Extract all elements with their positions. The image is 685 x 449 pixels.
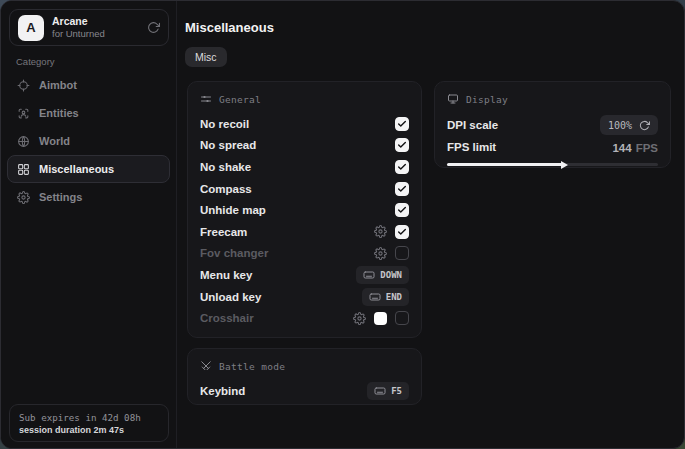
sidebar-item-label: World	[39, 135, 70, 147]
setting-row: Unload keyEND	[200, 286, 409, 308]
fps-limit-row: FPS limit 144FPS	[447, 137, 658, 157]
setting-controls	[395, 182, 409, 196]
fps-slider-fill	[447, 163, 563, 166]
brand-text: Arcane for Unturned	[52, 15, 105, 40]
sliders-icon	[200, 93, 212, 105]
color-swatch[interactable]	[374, 312, 387, 325]
keyboard-icon	[363, 269, 375, 281]
keyboard-icon	[374, 385, 386, 397]
fps-slider-thumb[interactable]	[561, 161, 568, 169]
setting-label: Unload key	[200, 291, 261, 303]
dpi-scale-chip[interactable]: 100%	[600, 115, 658, 135]
setting-row: Unhide map	[200, 199, 409, 221]
dpi-scale-row: DPI scale 100%	[447, 113, 658, 137]
setting-controls: DOWN	[356, 266, 409, 284]
sidebar-item-label: Miscellaneous	[39, 163, 114, 175]
sidebar-item-label: Settings	[39, 191, 82, 203]
setting-row: Fov changer	[200, 243, 409, 265]
checkbox[interactable]	[395, 225, 409, 239]
setting-row: No spread	[200, 135, 409, 157]
crosshair-icon	[17, 79, 30, 92]
monitor-icon	[447, 93, 459, 105]
fps-limit-label: FPS limit	[447, 141, 496, 153]
setting-label: Unhide map	[200, 204, 266, 216]
setting-label: Fov changer	[200, 247, 268, 259]
setting-controls	[374, 225, 409, 239]
row-settings-gear-icon[interactable]	[353, 312, 366, 325]
setting-controls: END	[362, 288, 409, 306]
dpi-scale-label: DPI scale	[447, 119, 498, 131]
panel-battle-mode: Battle mode KeybindF5	[187, 348, 422, 405]
brand-subtitle: for Unturned	[52, 28, 105, 40]
dpi-scale-value: 100%	[608, 120, 632, 131]
setting-row: Menu keyDOWN	[200, 264, 409, 286]
keybind-chip[interactable]: F5	[367, 382, 409, 400]
keybind-value: DOWN	[380, 270, 402, 280]
general-rows: No recoilNo spreadNo shakeCompassUnhide …	[200, 113, 409, 329]
panel-battle-header: Battle mode	[200, 359, 409, 373]
keybind-chip[interactable]: DOWN	[356, 266, 409, 284]
setting-row: Crosshair	[200, 307, 409, 329]
tab-misc[interactable]: Misc	[185, 47, 227, 67]
row-settings-gear-icon[interactable]	[374, 225, 387, 238]
keyboard-icon	[369, 291, 381, 303]
gear-icon	[17, 191, 30, 204]
sidebar-item-entities[interactable]: Entities	[7, 99, 170, 127]
setting-controls	[395, 117, 409, 131]
setting-controls	[395, 203, 409, 217]
setting-controls	[353, 311, 409, 325]
fps-unit: FPS	[636, 142, 658, 154]
subscription-footer: Sub expires in 42d 08h session duration …	[9, 404, 169, 442]
brand-name: Arcane	[52, 15, 105, 28]
setting-row: No recoil	[200, 113, 409, 135]
swords-icon	[200, 360, 212, 372]
sidebar-item-label: Aimbot	[39, 79, 77, 91]
setting-label: Crosshair	[200, 312, 254, 324]
checkbox[interactable]	[395, 203, 409, 217]
grid-icon	[17, 163, 30, 176]
globe-icon	[17, 135, 30, 148]
setting-label: Compass	[200, 183, 252, 195]
checkbox[interactable]	[395, 138, 409, 152]
keybind-value: F5	[391, 386, 402, 396]
sidebar-item-aimbot[interactable]: Aimbot	[7, 71, 170, 99]
setting-label: Menu key	[200, 269, 252, 281]
checkbox[interactable]	[395, 117, 409, 131]
sub-expiry-text: Sub expires in 42d 08h	[19, 412, 159, 423]
row-settings-gear-icon[interactable]	[374, 247, 387, 260]
panel-display-header: Display	[447, 92, 658, 106]
setting-label: Keybind	[200, 385, 245, 397]
setting-row: Freecam	[200, 221, 409, 243]
app-window: A Arcane for Unturned Category AimbotEnt…	[0, 0, 685, 449]
sidebar-items: AimbotEntitiesWorldMiscellaneousSettings	[7, 71, 170, 211]
checkbox[interactable]	[395, 246, 409, 260]
sidebar-item-label: Entities	[39, 107, 79, 119]
setting-controls	[395, 138, 409, 152]
setting-label: No recoil	[200, 118, 249, 130]
session-duration-text: session duration 2m 47s	[19, 425, 159, 435]
checkbox[interactable]	[395, 182, 409, 196]
fps-slider[interactable]	[447, 163, 658, 166]
sidebar: A Arcane for Unturned Category AimbotEnt…	[1, 1, 177, 448]
keybind-chip[interactable]: END	[362, 288, 409, 306]
setting-row: No shake	[200, 156, 409, 178]
checkbox[interactable]	[395, 160, 409, 174]
panel-display: Display DPI scale 100% FPS limit 144FPS	[434, 81, 671, 168]
panel-general-header: General	[200, 92, 409, 106]
sidebar-item-settings[interactable]: Settings	[7, 183, 170, 211]
setting-label: Freecam	[200, 226, 247, 238]
fps-limit-value: 144FPS	[612, 138, 658, 156]
setting-row: Compass	[200, 178, 409, 200]
setting-controls	[395, 160, 409, 174]
checkbox[interactable]	[395, 311, 409, 325]
setting-controls	[374, 246, 409, 260]
sidebar-item-miscellaneous[interactable]: Miscellaneous	[7, 155, 170, 183]
dpi-reset-icon[interactable]	[639, 120, 650, 131]
entities-icon	[17, 107, 30, 120]
brand-logo: A	[18, 15, 44, 41]
refresh-icon[interactable]	[147, 21, 160, 34]
setting-label: No shake	[200, 161, 251, 173]
keybind-value: END	[386, 292, 402, 302]
sidebar-item-world[interactable]: World	[7, 127, 170, 155]
page-title: Miscellaneous	[185, 20, 274, 35]
